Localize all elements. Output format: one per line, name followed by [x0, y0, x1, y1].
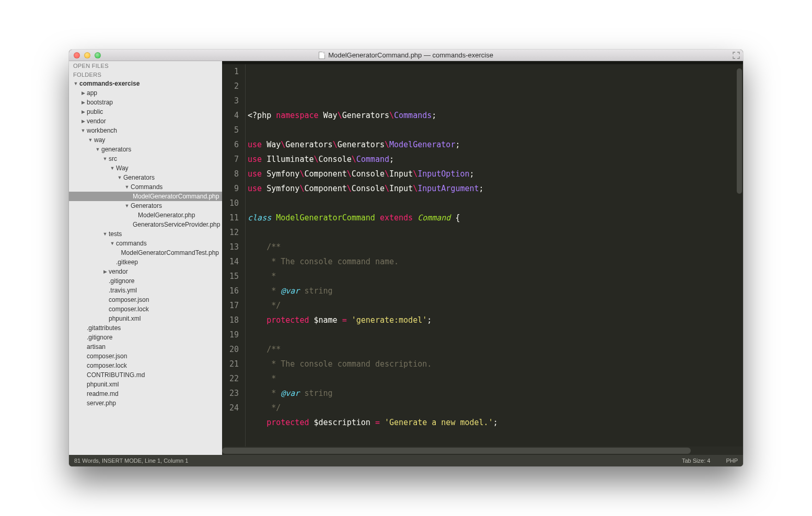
- line-number: 22: [229, 371, 239, 386]
- tree-item[interactable]: ModelGeneratorCommand.php: [69, 192, 222, 201]
- open-files-header[interactable]: OPEN FILES: [69, 61, 222, 70]
- zoom-icon[interactable]: [95, 52, 101, 58]
- code-line[interactable]: /**: [248, 240, 743, 254]
- line-number: 13: [229, 240, 239, 254]
- tree-item[interactable]: .gitignore: [69, 333, 222, 342]
- chevron-down-icon: ▼: [110, 241, 115, 246]
- tree-item-label: Generators: [123, 174, 155, 181]
- code-line[interactable]: *: [248, 269, 743, 284]
- close-icon[interactable]: [74, 52, 80, 58]
- titlebar[interactable]: ModelGeneratorCommand.php — commands-exe…: [69, 50, 743, 61]
- line-number: 5: [229, 123, 239, 137]
- tree-item-label: GeneratorsServiceProvider.php: [133, 221, 220, 228]
- tree-item[interactable]: ▶vendor: [69, 116, 222, 126]
- tree-item-label: Commands: [131, 183, 163, 191]
- code-line[interactable]: * The console command name.: [248, 254, 743, 269]
- code-line[interactable]: [248, 327, 743, 342]
- tree-item[interactable]: composer.lock: [69, 304, 222, 314]
- horizontal-scrollbar-thumb[interactable]: [222, 448, 691, 454]
- code-line[interactable]: /**: [248, 342, 743, 357]
- tree-item-label: composer.lock: [109, 306, 149, 313]
- code-line[interactable]: class ModelGeneratorCommand extends Comm…: [248, 210, 743, 225]
- tree-item[interactable]: ▶bootstrap: [69, 98, 222, 107]
- line-number: 24: [229, 401, 239, 415]
- tree-item[interactable]: ▶app: [69, 88, 222, 98]
- tree-item[interactable]: artisan: [69, 342, 222, 351]
- tree-item[interactable]: ▼Generators: [69, 173, 222, 182]
- sidebar: OPEN FILES FOLDERS ▼commands-exercise▶ap…: [69, 61, 222, 455]
- tree-item[interactable]: GeneratorsServiceProvider.php: [69, 220, 222, 229]
- tree-item[interactable]: readme.md: [69, 389, 222, 398]
- vertical-scrollbar[interactable]: [737, 68, 742, 194]
- fullscreen-icon[interactable]: [733, 52, 740, 59]
- tree-item[interactable]: composer.json: [69, 351, 222, 361]
- tree-item[interactable]: ▼generators: [69, 145, 222, 154]
- tree-item[interactable]: server.php: [69, 398, 222, 408]
- code-area[interactable]: 123456789101112131415161718192021222324 …: [222, 64, 743, 447]
- tree-item-label: composer.json: [87, 353, 127, 360]
- tree-item[interactable]: ▼Way: [69, 163, 222, 173]
- code-line[interactable]: use Symfony\Component\Console\Input\Inpu…: [248, 167, 743, 181]
- tree-item-label: artisan: [87, 343, 106, 350]
- tree-item[interactable]: .gitkeep: [69, 257, 222, 267]
- code-line[interactable]: [248, 430, 743, 444]
- code-line[interactable]: */: [248, 401, 743, 415]
- folders-header[interactable]: FOLDERS: [69, 70, 222, 79]
- line-number: 7: [229, 152, 239, 167]
- code-line[interactable]: * @var string: [248, 386, 743, 401]
- tree-item[interactable]: ▼tests: [69, 229, 222, 239]
- chevron-down-icon: ▼: [124, 184, 130, 190]
- tree-item[interactable]: phpunit.xml: [69, 380, 222, 389]
- tree-item[interactable]: .gitattributes: [69, 323, 222, 333]
- tree-item[interactable]: ▼commands-exercise: [69, 79, 222, 88]
- document-icon: [319, 52, 325, 59]
- code-line[interactable]: * The console command description.: [248, 357, 743, 371]
- tree-item-label: .gitignore: [87, 334, 112, 341]
- tree-item[interactable]: ▶public: [69, 107, 222, 116]
- code-line[interactable]: use Symfony\Component\Console\Input\Inpu…: [248, 181, 743, 196]
- tree-item[interactable]: composer.json: [69, 295, 222, 304]
- code-line[interactable]: <?php namespace Way\Generators\Commands;: [248, 108, 743, 123]
- tree-item-label: .gitattributes: [87, 324, 121, 332]
- line-number: 17: [229, 298, 239, 313]
- window-title: ModelGeneratorCommand.php — commands-exe…: [69, 51, 743, 59]
- line-number: 9: [229, 181, 239, 196]
- tree-item-label: .gitkeep: [116, 259, 138, 266]
- code-line[interactable]: *: [248, 371, 743, 386]
- tree-item[interactable]: ▼commands: [69, 239, 222, 248]
- tree-item[interactable]: .travis.yml: [69, 286, 222, 295]
- code-line[interactable]: protected $name = 'generate:model';: [248, 313, 743, 327]
- tree-item[interactable]: ▶vendor: [69, 267, 222, 276]
- status-syntax[interactable]: PHP: [726, 458, 738, 464]
- code-line[interactable]: use Way\Generators\Generators\ModelGener…: [248, 137, 743, 152]
- chevron-right-icon: ▶: [102, 269, 108, 274]
- status-left[interactable]: 81 Words, INSERT MODE, Line 1, Column 1: [74, 458, 188, 464]
- chevron-down-icon: ▼: [73, 81, 78, 86]
- code-line[interactable]: [248, 225, 743, 240]
- tree-item[interactable]: ▼Commands: [69, 182, 222, 192]
- code-line[interactable]: */: [248, 298, 743, 313]
- tree-item[interactable]: phpunit.xml: [69, 314, 222, 323]
- status-tab-size[interactable]: Tab Size: 4: [682, 458, 710, 464]
- line-number: 12: [229, 225, 239, 240]
- tree-item[interactable]: composer.lock: [69, 361, 222, 370]
- tree-item[interactable]: .gitignore: [69, 276, 222, 286]
- line-number: 18: [229, 313, 239, 327]
- tree-item[interactable]: ▼way: [69, 135, 222, 145]
- tree-item-label: generators: [101, 146, 131, 153]
- minimize-icon[interactable]: [84, 52, 90, 58]
- horizontal-scrollbar-track[interactable]: [222, 447, 743, 455]
- tree-item[interactable]: ▼src: [69, 154, 222, 163]
- code-line[interactable]: * @var string: [248, 284, 743, 298]
- tree-item[interactable]: ModelGenerator.php: [69, 210, 222, 220]
- code-line[interactable]: protected $description = 'Generate a new…: [248, 415, 743, 430]
- tree-item[interactable]: CONTRIBUTING.md: [69, 370, 222, 380]
- tree-item[interactable]: ▼Generators: [69, 201, 222, 210]
- line-number: 6: [229, 137, 239, 152]
- tree-item[interactable]: ▼workbench: [69, 126, 222, 135]
- code-line[interactable]: [248, 196, 743, 210]
- code-line[interactable]: use Illuminate\Console\Command;: [248, 152, 743, 167]
- tree-item[interactable]: ModelGeneratorCommandTest.php: [69, 248, 222, 257]
- code-line[interactable]: [248, 123, 743, 137]
- code-content[interactable]: <?php namespace Way\Generators\Commands;…: [246, 64, 743, 447]
